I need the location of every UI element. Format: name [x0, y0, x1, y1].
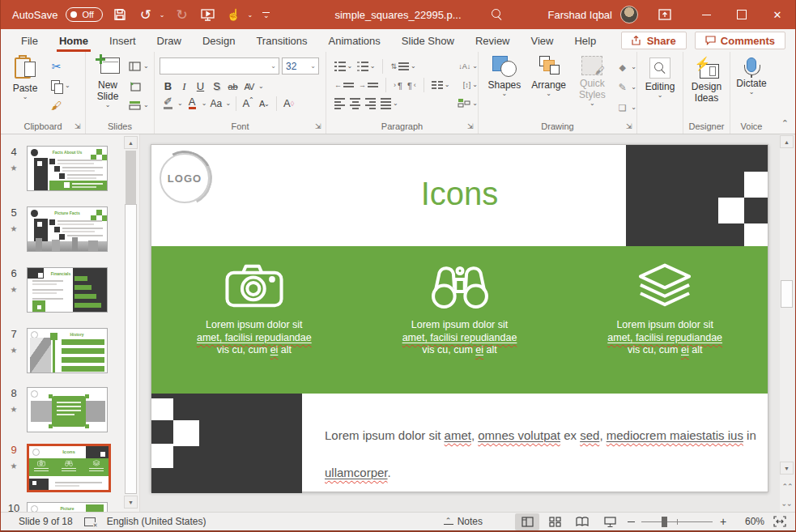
- notes-toggle[interactable]: Notes: [444, 516, 483, 527]
- arrange-button[interactable]: Arrange ⌄: [529, 56, 569, 116]
- strikethrough-button[interactable]: ab: [226, 79, 240, 94]
- font-size-combo[interactable]: ⌄: [282, 57, 319, 74]
- slide-thumbnail-4[interactable]: Facts About Us: [27, 146, 108, 191]
- language-status[interactable]: English (United States): [107, 516, 206, 527]
- bullets-button[interactable]: ⌄: [334, 58, 352, 74]
- tab-file[interactable]: File: [11, 29, 49, 52]
- align-left-button[interactable]: [334, 96, 345, 112]
- tab-help[interactable]: Help: [564, 29, 607, 52]
- main-vertical-scrollbar[interactable]: [780, 134, 794, 512]
- slide-sorter-view-button[interactable]: [543, 513, 567, 530]
- tab-transitions[interactable]: Transitions: [245, 29, 317, 52]
- touch-mode-dropdown-icon[interactable]: ⌄: [248, 11, 253, 19]
- icon-column-2[interactable]: Lorem ipsum dolor sit amet, facilisi rep…: [357, 246, 563, 394]
- avatar[interactable]: [620, 6, 638, 23]
- editing-button[interactable]: Editing ⌄: [637, 56, 683, 99]
- account-user-name[interactable]: Farshad Iqbal: [548, 9, 613, 21]
- quick-access-toolbar-menu-icon[interactable]: [262, 12, 270, 18]
- dialog-launcher-icon[interactable]: [315, 122, 323, 130]
- autosave-toggle[interactable]: Off: [66, 7, 102, 22]
- text-highlight-button[interactable]: ✐: [161, 96, 175, 111]
- justify-button[interactable]: ⌄: [381, 96, 398, 112]
- ltr-button[interactable]: ›: [394, 77, 402, 93]
- shape-fill-button[interactable]: ⌄: [615, 59, 636, 75]
- slide-thumbnail-8[interactable]: [27, 387, 108, 432]
- tab-review[interactable]: Review: [465, 29, 521, 52]
- green-band[interactable]: Lorem ipsum dolor sit amet, facilisi rep…: [151, 246, 768, 394]
- comments-button[interactable]: Comments: [695, 32, 785, 49]
- tab-draw[interactable]: Draw: [147, 29, 192, 52]
- previous-slide-icon[interactable]: [780, 479, 794, 494]
- format-painter-button[interactable]: [49, 97, 70, 113]
- zoom-level[interactable]: 60%: [734, 516, 764, 527]
- dictate-dropdown-icon[interactable]: ⌄: [749, 89, 755, 96]
- grow-font-button[interactable]: A⌃: [241, 96, 255, 111]
- cut-button[interactable]: [49, 58, 70, 74]
- font-name-dropdown-icon[interactable]: ⌄: [268, 62, 279, 70]
- scroll-down-icon[interactable]: [124, 496, 138, 509]
- icon-column-3[interactable]: Lorem ipsum dolor sit amet, facilisi rep…: [562, 246, 768, 394]
- character-spacing-dropdown-icon[interactable]: ⌄: [258, 83, 264, 90]
- increase-indent-button[interactable]: →: [359, 77, 378, 93]
- text-shadow-button[interactable]: S: [210, 79, 223, 94]
- zoom-out-button[interactable]: [624, 514, 638, 529]
- font-name-input[interactable]: [160, 61, 268, 72]
- undo-dropdown-icon[interactable]: ⌄: [160, 11, 165, 19]
- shape-outline-button[interactable]: ⌄: [615, 79, 636, 96]
- slide-thumbnail-10[interactable]: Picture: [27, 502, 108, 512]
- reset-slide-button[interactable]: [128, 78, 149, 94]
- slide-thumbnail-5[interactable]: Picture Facts: [27, 206, 108, 252]
- paste-dropdown-icon[interactable]: ⌄: [23, 94, 28, 100]
- accessibility-checker-icon[interactable]: [84, 517, 96, 526]
- touch-mode-icon[interactable]: [225, 6, 243, 23]
- design-ideas-button[interactable]: Design Ideas: [683, 56, 730, 104]
- section-button[interactable]: ⌄: [128, 97, 149, 113]
- columns-button[interactable]: ⌄: [432, 77, 450, 93]
- dictate-button[interactable]: Dictate ⌄: [730, 56, 773, 96]
- slide-canvas[interactable]: LOGO Icons Lorem ipsum dolor sit amet, f…: [151, 144, 768, 492]
- redo-icon[interactable]: [173, 6, 191, 23]
- font-color-button[interactable]: A: [185, 96, 199, 111]
- scroll-down-icon[interactable]: [780, 462, 794, 475]
- decor-dark-block-top-right[interactable]: [626, 145, 768, 246]
- new-slide-button[interactable]: New Slide ⌄: [91, 56, 125, 113]
- close-button[interactable]: [760, 0, 795, 29]
- shapes-button[interactable]: Shapes ⌄: [485, 56, 524, 116]
- tab-view[interactable]: View: [521, 29, 564, 52]
- text-highlight-dropdown-icon[interactable]: ⌄: [177, 100, 183, 107]
- rtl-button[interactable]: ‹: [407, 77, 416, 93]
- change-case-dropdown-icon[interactable]: ⌄: [225, 100, 231, 107]
- slide-layout-button[interactable]: ⌄: [128, 58, 149, 74]
- ribbon-display-options-icon[interactable]: [653, 0, 677, 29]
- slide-indicator[interactable]: Slide 9 of 18: [19, 516, 73, 527]
- numbering-button[interactable]: ⌄: [357, 58, 375, 74]
- bold-button[interactable]: B: [161, 79, 175, 94]
- dialog-launcher-icon[interactable]: [467, 122, 475, 130]
- convert-to-smartart-button[interactable]: ⌄: [458, 96, 478, 112]
- tab-slide-show[interactable]: Slide Show: [391, 29, 465, 52]
- slideshow-view-button[interactable]: [598, 513, 622, 530]
- align-text-button[interactable]: [↕]⌄: [463, 77, 478, 93]
- paste-button[interactable]: Paste ⌄: [7, 56, 43, 113]
- maximize-button[interactable]: [724, 0, 760, 29]
- italic-button[interactable]: I: [177, 79, 191, 94]
- zoom-slider-thumb[interactable]: [662, 517, 667, 527]
- font-color-dropdown-icon[interactable]: ⌄: [202, 100, 207, 107]
- tab-home[interactable]: Home: [49, 29, 99, 52]
- clear-formatting-button[interactable]: A◊: [282, 96, 296, 111]
- share-button[interactable]: Share: [621, 32, 687, 49]
- character-spacing-button[interactable]: AV: [242, 79, 256, 94]
- reading-view-button[interactable]: [570, 513, 594, 530]
- scrollbar-thumb[interactable]: [781, 280, 793, 308]
- normal-view-button[interactable]: [515, 513, 539, 530]
- slide-thumbnail-9-selected[interactable]: Icons: [27, 444, 111, 492]
- save-icon[interactable]: [111, 6, 129, 23]
- quick-styles-dropdown-icon[interactable]: ⌄: [590, 100, 595, 107]
- fit-slide-to-window-icon[interactable]: [771, 514, 789, 529]
- shapes-dropdown-icon[interactable]: ⌄: [502, 91, 508, 97]
- tab-insert[interactable]: Insert: [99, 29, 147, 52]
- scroll-up-icon[interactable]: [124, 136, 138, 149]
- undo-icon[interactable]: [137, 6, 155, 23]
- body-text-placeholder[interactable]: Lorem ipsum dolor sit amet, omnes volutp…: [325, 417, 762, 492]
- decrease-indent-button[interactable]: ←: [334, 77, 354, 93]
